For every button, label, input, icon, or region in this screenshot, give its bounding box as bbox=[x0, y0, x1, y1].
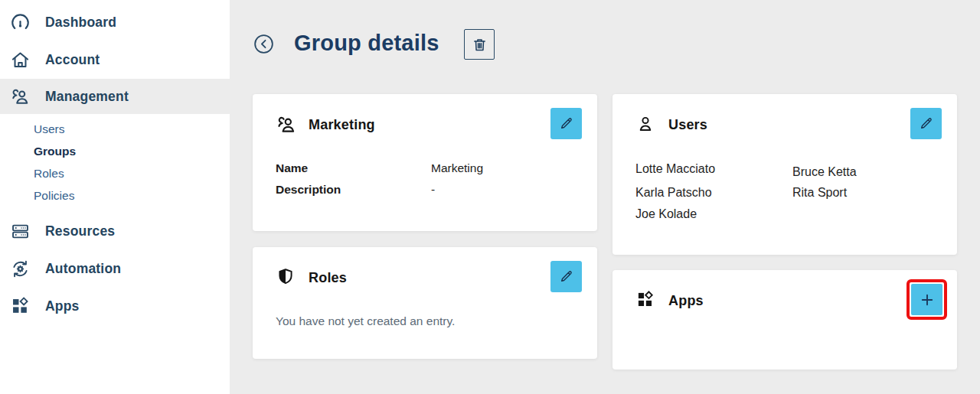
gauge-icon bbox=[10, 12, 31, 33]
server-icon bbox=[10, 221, 31, 242]
card-header: Users bbox=[635, 113, 707, 136]
edit-users-button[interactable] bbox=[910, 108, 942, 139]
member-name: Bruce Ketta bbox=[792, 165, 857, 179]
sidebar-subitem-roles[interactable]: Roles bbox=[0, 162, 230, 184]
sidebar-item-label: Account bbox=[45, 52, 100, 68]
field-value: Marketing bbox=[431, 161, 483, 174]
sidebar-item-label: Dashboard bbox=[45, 15, 116, 31]
user-icon bbox=[635, 114, 657, 135]
sidebar-item-label: Resources bbox=[45, 223, 115, 239]
delete-group-button[interactable] bbox=[464, 29, 495, 60]
sidebar-item-management[interactable]: Management bbox=[0, 79, 230, 114]
card-title: Users bbox=[668, 117, 707, 133]
apps-grid-icon bbox=[10, 296, 31, 317]
shield-icon bbox=[276, 267, 297, 288]
pencil-icon bbox=[918, 116, 934, 132]
roles-card: Roles You have not yet created an entry. bbox=[253, 247, 597, 359]
member-name: Lotte Macciato bbox=[635, 162, 715, 176]
sidebar-subitem-policies[interactable]: Policies bbox=[0, 184, 230, 207]
plus-icon bbox=[918, 291, 936, 309]
card-header: Roles bbox=[276, 266, 347, 289]
member-name: Karla Patscho bbox=[635, 186, 712, 200]
apps-card: Apps bbox=[612, 270, 957, 370]
main-content: Group details Marketing bbox=[230, 0, 980, 394]
field-row-description: Description- bbox=[276, 183, 435, 197]
card-header: Apps bbox=[635, 289, 704, 312]
member-name: Rita Sport bbox=[792, 186, 847, 200]
back-button[interactable] bbox=[253, 33, 275, 55]
sidebar-item-label: Automation bbox=[45, 261, 121, 277]
sidebar-item-label: Management bbox=[45, 89, 129, 105]
apps-grid-icon bbox=[635, 290, 657, 311]
sidebar-item-apps[interactable]: Apps bbox=[0, 288, 230, 325]
edit-roles-button[interactable] bbox=[550, 261, 582, 292]
edit-group-button[interactable] bbox=[550, 108, 582, 139]
add-app-button[interactable] bbox=[911, 284, 942, 315]
empty-state-text: You have not yet created an entry. bbox=[276, 314, 455, 328]
users-card: Users Lotte Macciato Karla Patscho Joe K… bbox=[612, 94, 957, 255]
group-details-card: Marketing NameMarketing Description- bbox=[253, 94, 597, 231]
highlight-ring bbox=[906, 279, 947, 320]
trash-icon bbox=[471, 36, 488, 54]
field-label: Description bbox=[276, 183, 431, 197]
sidebar-subitem-groups[interactable]: Groups bbox=[0, 140, 230, 162]
page-title: Group details bbox=[294, 31, 439, 56]
automation-icon bbox=[10, 259, 31, 279]
sidebar-item-automation[interactable]: Automation bbox=[0, 250, 230, 288]
sidebar-subitem-users[interactable]: Users bbox=[0, 118, 230, 140]
people-icon bbox=[10, 86, 31, 107]
sidebar: Dashboard Account Management Users Group… bbox=[0, 0, 230, 394]
card-header: Marketing bbox=[276, 113, 375, 136]
field-label: Name bbox=[276, 161, 431, 175]
sidebar-item-resources[interactable]: Resources bbox=[0, 213, 230, 250]
member-name: Joe Kolade bbox=[635, 207, 697, 221]
field-value: - bbox=[431, 183, 435, 196]
people-icon bbox=[276, 114, 297, 135]
sidebar-item-account[interactable]: Account bbox=[0, 41, 230, 79]
card-title: Apps bbox=[668, 293, 704, 309]
home-icon bbox=[10, 50, 31, 70]
card-title: Marketing bbox=[309, 117, 375, 133]
chevron-left-circle-icon bbox=[253, 33, 275, 55]
pencil-icon bbox=[558, 116, 574, 132]
management-submenu: Users Groups Roles Policies bbox=[0, 114, 230, 213]
sidebar-item-dashboard[interactable]: Dashboard bbox=[0, 4, 230, 41]
field-row-name: NameMarketing bbox=[276, 161, 483, 175]
pencil-icon bbox=[558, 269, 574, 285]
card-title: Roles bbox=[309, 270, 347, 286]
sidebar-item-label: Apps bbox=[45, 298, 80, 314]
